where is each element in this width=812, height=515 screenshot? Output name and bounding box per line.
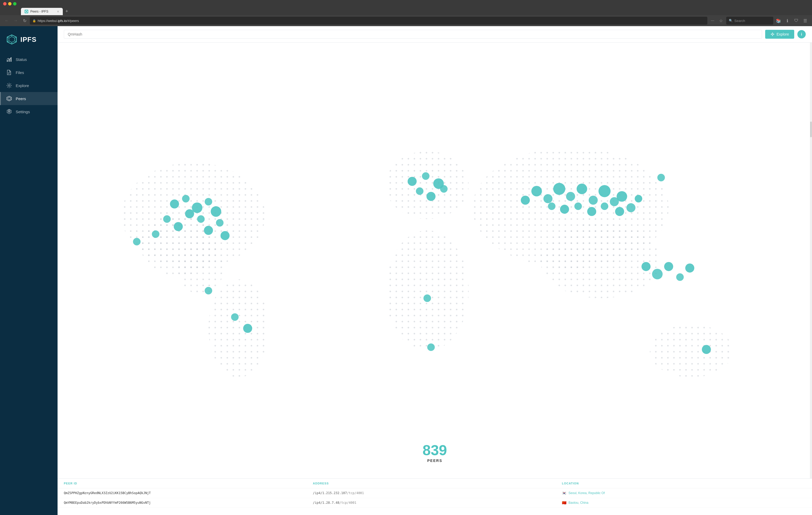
scroll-track[interactable]: [810, 42, 812, 478]
peers-label: PEERS: [423, 458, 447, 463]
app-container: IPFS Status: [0, 26, 812, 515]
address-cell: /ip4/1.215.232.107/tcp/4001: [313, 491, 557, 495]
location-name: Baotou, China: [569, 501, 588, 505]
status-icon: [6, 57, 12, 62]
svg-point-86: [243, 324, 252, 333]
minimize-button[interactable]: [8, 2, 11, 5]
svg-point-47: [210, 206, 221, 217]
explore-button[interactable]: Explore: [765, 30, 794, 39]
svg-point-67: [588, 195, 598, 205]
tab-close-button[interactable]: ×: [57, 10, 59, 13]
explore-button-label: Explore: [777, 32, 789, 36]
peer-id-column-header: PEER ID: [64, 482, 308, 485]
browser-frame: Peers - IPFS × + ← → ↻ 🔒 https://webui.i…: [0, 0, 812, 26]
svg-point-83: [685, 264, 694, 273]
sidebar-item-settings[interactable]: Settings: [0, 105, 58, 118]
new-tab-button[interactable]: +: [63, 7, 70, 15]
svg-point-65: [566, 192, 575, 201]
explore-icon: [6, 83, 12, 88]
bookmark-button[interactable]: ☆: [717, 17, 725, 24]
svg-point-54: [133, 238, 141, 245]
peer-id-cell: QmYM8EEpuDab2kryDybxPDhbNYYmP266W5B6M5yu…: [64, 501, 308, 505]
tab-favicon: [25, 10, 28, 13]
files-icon: [6, 69, 12, 75]
svg-point-74: [560, 205, 569, 214]
svg-point-88: [427, 343, 435, 351]
navigation-bar: ← → ↻ 🔒 https://webui.ipfs.io/#/peers ··…: [0, 15, 812, 26]
close-button[interactable]: [3, 2, 6, 5]
address-bar[interactable]: 🔒 https://webui.ipfs.io/#/peers: [30, 17, 707, 25]
svg-point-71: [627, 203, 636, 212]
more-button[interactable]: ···: [709, 17, 716, 24]
url-prefix: https://webui.: [38, 19, 58, 23]
svg-point-64: [553, 183, 565, 195]
traffic-lights: [3, 2, 17, 5]
info-button[interactable]: i: [798, 30, 806, 38]
back-button[interactable]: ←: [3, 17, 10, 24]
svg-marker-24: [8, 97, 10, 100]
svg-point-78: [615, 207, 624, 216]
svg-point-59: [427, 192, 436, 201]
map-container: 839 PEERS: [58, 42, 812, 478]
logo-text: IPFS: [21, 35, 37, 44]
svg-line-19: [7, 84, 8, 85]
svg-point-51: [204, 226, 213, 235]
peer-count-overlay: 839 PEERS: [423, 443, 447, 463]
svg-point-26: [772, 33, 773, 35]
refresh-button[interactable]: ↻: [21, 17, 28, 24]
svg-point-90: [658, 174, 665, 181]
sidebar-item-status[interactable]: Status: [0, 53, 58, 66]
svg-marker-23: [7, 96, 11, 101]
sidebar-item-peers[interactable]: Peers: [0, 92, 58, 105]
world-map-svg: [58, 42, 812, 478]
location-column-header: LOCATION: [562, 482, 806, 485]
svg-point-82: [676, 273, 684, 281]
url-path: /#/peers: [67, 19, 79, 23]
address-cell: /ip4/1.28.7.48/tcp/4001: [313, 501, 557, 505]
forward-button[interactable]: →: [12, 17, 19, 24]
svg-point-87: [424, 294, 431, 302]
sidebar-item-status-label: Status: [16, 57, 27, 62]
info-button[interactable]: ℹ: [784, 17, 791, 24]
svg-point-70: [616, 191, 627, 202]
qmhash-input[interactable]: [64, 30, 762, 39]
svg-point-84: [702, 345, 711, 354]
search-icon: 🔍: [729, 19, 733, 23]
table-row: QmZSPPHZgpNznyGRedNLX3ZzU2iKK15BCyBhSopA…: [58, 488, 812, 498]
sidebar-item-files[interactable]: Files: [0, 66, 58, 79]
svg-point-81: [664, 262, 673, 271]
maximize-button[interactable]: [13, 2, 17, 5]
svg-point-73: [548, 202, 556, 210]
ipfs-logo-icon: [6, 34, 17, 45]
scroll-thumb[interactable]: [810, 122, 812, 137]
svg-point-35: [208, 279, 269, 377]
sidebar-item-files-label: Files: [16, 70, 24, 75]
active-tab[interactable]: Peers - IPFS ×: [21, 8, 63, 15]
shield-button[interactable]: 🛡: [793, 17, 800, 24]
location-cell: 🇰🇷 Seoul, Korea, Republic Of: [562, 491, 806, 495]
sidebar-logo: IPFS: [0, 31, 58, 53]
svg-point-48: [216, 219, 224, 226]
svg-point-40: [650, 325, 733, 377]
sidebar-item-explore[interactable]: Explore: [0, 79, 58, 92]
search-placeholder-text: Search: [734, 19, 745, 23]
peers-table: PEER ID ADDRESS LOCATION QmZSPPHZgpNznyG…: [58, 478, 812, 515]
svg-point-76: [587, 207, 597, 216]
svg-point-56: [422, 172, 430, 180]
peers-icon: [6, 96, 12, 101]
svg-point-49: [174, 222, 183, 231]
library-button[interactable]: 📚: [775, 17, 782, 24]
sidebar-item-explore-label: Explore: [16, 83, 29, 88]
svg-point-42: [182, 195, 190, 203]
menu-button[interactable]: ☰: [802, 17, 809, 24]
peer-number: 839: [423, 443, 447, 457]
svg-point-34: [178, 242, 224, 294]
svg-point-53: [221, 231, 230, 240]
tab-bar: Peers - IPFS × +: [0, 7, 812, 15]
svg-point-46: [197, 215, 205, 223]
address-prefix: /ip4/1.215.232.107: [313, 491, 347, 495]
flag-icon: 🇨🇳: [562, 501, 567, 505]
browser-search-bar[interactable]: 🔍 Search: [726, 17, 773, 25]
top-bar: Explore i: [58, 26, 812, 42]
svg-rect-10: [9, 59, 10, 62]
